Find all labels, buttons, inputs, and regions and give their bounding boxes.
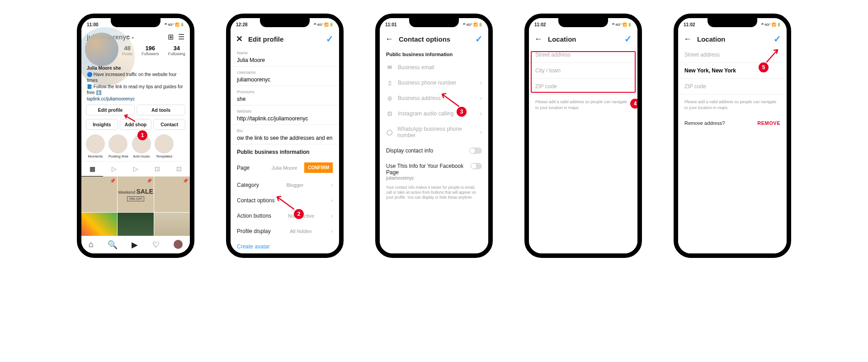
tab-grid[interactable]: ▦ bbox=[81, 162, 103, 176]
section-public-info: Public business information bbox=[231, 144, 339, 158]
step-badge-4: 4 bbox=[630, 99, 640, 109]
city-field[interactable]: New York, New York bbox=[678, 63, 787, 79]
new-post-icon[interactable]: ⊞ bbox=[168, 33, 174, 41]
phone-3-contact-options: 11:01⁴⁶ 4G⁺ 📶 🔋 ← Contact options ✓ Publ… bbox=[375, 14, 493, 258]
toggle-fb-info[interactable]: Use This Info for Your Facebook Pagejuli… bbox=[380, 158, 488, 185]
nav-reels-icon[interactable]: ▶ bbox=[132, 240, 138, 250]
tab-reels[interactable]: ▷ bbox=[103, 162, 125, 176]
whatsapp-icon: ◯ bbox=[386, 129, 393, 135]
step-badge-1: 1 bbox=[137, 130, 147, 140]
page-title: Contact options bbox=[399, 35, 450, 43]
zip-field[interactable]: ZIP code bbox=[678, 79, 787, 95]
following-count[interactable]: 34Following bbox=[168, 45, 185, 56]
profile-tabs: ▦ ▷ ▷ ⊡ ⊡ bbox=[81, 161, 190, 176]
post-1[interactable]: 📌 bbox=[81, 176, 117, 212]
help-text: Please add a valid address so people can… bbox=[678, 95, 787, 115]
back-icon[interactable]: ← bbox=[534, 34, 542, 44]
notch bbox=[111, 17, 160, 27]
post-2[interactable]: 📌Weekend SALE70% OFF bbox=[118, 176, 153, 212]
back-icon[interactable]: ← bbox=[684, 34, 692, 44]
row-category[interactable]: CategoryBlogger› bbox=[231, 177, 339, 193]
toggle-display-info[interactable]: Display contact info bbox=[380, 143, 488, 158]
step-badge-5: 5 bbox=[759, 62, 769, 72]
story-posting[interactable]: Posting time bbox=[108, 134, 128, 158]
remove-button[interactable]: REMOVE bbox=[757, 120, 780, 126]
bio-link[interactable]: taplink.cc/juliamoorenyc bbox=[87, 96, 184, 102]
nav-activity-icon[interactable]: ♡ bbox=[152, 240, 160, 250]
page-title: Edit profile bbox=[248, 35, 283, 43]
confirm-check-icon[interactable]: ✓ bbox=[475, 33, 483, 44]
email-icon: ✉ bbox=[386, 64, 393, 71]
menu-icon[interactable]: ☰ bbox=[178, 33, 184, 41]
row-business-phone[interactable]: ▯Business phone number› bbox=[380, 75, 488, 90]
bio-field[interactable] bbox=[237, 135, 333, 141]
row-page[interactable]: PageJulia MooreCONFIRM bbox=[231, 158, 339, 177]
contact-button[interactable]: Contact bbox=[153, 119, 185, 130]
close-icon[interactable]: ✕ bbox=[236, 34, 243, 44]
bio-block: Julia Moore she 🔵 Have increased traffic… bbox=[81, 64, 190, 103]
phone-1-profile: 11:00⁴⁶ 4G⁺ 📶 🔋 juliamoorenyc⌄ ⊞ ☰ 48Pos… bbox=[77, 14, 194, 258]
back-icon[interactable]: ← bbox=[385, 34, 393, 44]
instagram-icon: ⊡ bbox=[386, 110, 393, 117]
ad-tools-button[interactable]: Ad tools bbox=[137, 105, 185, 115]
page-title: Location bbox=[697, 35, 726, 43]
website-field[interactable] bbox=[237, 115, 333, 122]
nav-profile-icon[interactable] bbox=[174, 240, 183, 249]
toggle-switch bbox=[469, 148, 482, 154]
profile-avatar[interactable] bbox=[85, 33, 118, 66]
notch bbox=[260, 17, 310, 27]
remove-address-row: Remove address? REMOVE bbox=[678, 115, 787, 131]
tab-guides[interactable]: ⊡ bbox=[146, 162, 168, 176]
pronouns-field[interactable] bbox=[237, 96, 333, 102]
username-field[interactable] bbox=[237, 76, 333, 83]
post-3[interactable]: 📌 bbox=[154, 176, 190, 212]
nav-home-icon[interactable]: ⌂ bbox=[89, 240, 94, 250]
highlight-box bbox=[531, 51, 636, 93]
nav-search-icon[interactable]: 🔍 bbox=[108, 240, 118, 250]
phone-icon: ▯ bbox=[386, 80, 393, 86]
story-templates[interactable]: Templates bbox=[155, 134, 174, 158]
page-title: Location bbox=[548, 35, 576, 43]
notch bbox=[708, 17, 757, 27]
notch bbox=[409, 17, 459, 27]
tab-play[interactable]: ▷ bbox=[125, 162, 146, 176]
help-text: Please add a valid address so people can… bbox=[529, 95, 637, 115]
row-business-address[interactable]: ◎Business address› bbox=[380, 90, 488, 106]
row-profile-display[interactable]: Profile displayAll hidden› bbox=[231, 224, 339, 239]
phone-5-location-filled: 11:02⁴⁶ 4G⁺ 📶 🔋 ← Location ✓ Street addr… bbox=[674, 14, 791, 258]
phone-4-location-empty: 11:02⁴⁶ 4G⁺ 📶 🔋 ← Location ✓ Street addr… bbox=[524, 14, 642, 258]
row-whatsapp[interactable]: ◯WhatsApp business phone number› bbox=[380, 121, 488, 143]
insights-button[interactable]: Insights bbox=[86, 119, 118, 130]
tab-tagged[interactable]: ⊡ bbox=[168, 162, 190, 176]
location-icon: ◎ bbox=[386, 95, 393, 101]
pin-icon: 📌 bbox=[110, 178, 115, 183]
step-badge-3: 3 bbox=[457, 107, 467, 117]
bio-name: Julia Moore she bbox=[87, 65, 184, 71]
confirm-button[interactable]: CONFIRM bbox=[304, 162, 333, 173]
toggle-switch bbox=[471, 163, 482, 169]
confirm-check-icon[interactable]: ✓ bbox=[774, 33, 781, 44]
notch bbox=[558, 17, 608, 27]
followers-count[interactable]: 196Followers bbox=[142, 45, 159, 56]
step-badge-2: 2 bbox=[294, 209, 304, 219]
confirm-check-icon[interactable]: ✓ bbox=[326, 33, 334, 44]
confirm-check-icon[interactable]: ✓ bbox=[624, 33, 632, 44]
story-moments[interactable]: Moments bbox=[86, 134, 105, 158]
row-business-email[interactable]: ✉Business email bbox=[380, 60, 488, 75]
link-create-avatar[interactable]: Create avatar bbox=[231, 239, 339, 253]
name-field[interactable] bbox=[237, 57, 333, 63]
phone-2-edit-profile: 12:28⁴⁶ 4G⁺ 📶 🔋 ✕ Edit profile ✓ Name Us… bbox=[226, 14, 344, 258]
help-text: Your contact info makes it easier for pe… bbox=[380, 185, 488, 203]
row-audio-calling[interactable]: ⊡Instagram audio calling› bbox=[380, 106, 488, 121]
